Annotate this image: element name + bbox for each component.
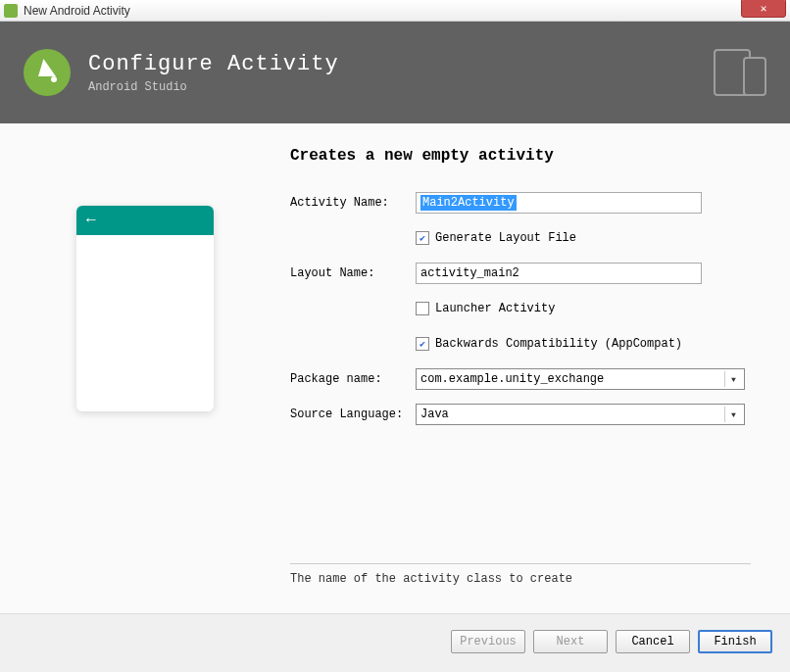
activity-preview: ← xyxy=(76,206,214,411)
activity-name-label: Activity Name: xyxy=(290,196,416,210)
cancel-button[interactable]: Cancel xyxy=(616,630,690,653)
source-language-label: Source Language: xyxy=(290,408,416,421)
finish-button[interactable]: Finish xyxy=(698,630,772,653)
generate-layout-label: Generate Layout File xyxy=(435,231,576,245)
layout-name-input[interactable] xyxy=(416,263,702,284)
close-button[interactable]: ✕ xyxy=(741,0,786,18)
form-heading: Creates a new empty activity xyxy=(290,147,751,165)
preview-pane: ← xyxy=(0,123,290,613)
dropdown-arrow-icon[interactable]: ▼ xyxy=(724,371,742,387)
previous-button[interactable]: Previous xyxy=(451,630,525,653)
window-titlebar: New Android Activity ✕ xyxy=(0,0,790,22)
source-language-combo[interactable]: Java ▼ xyxy=(416,404,745,425)
app-icon xyxy=(4,4,18,18)
preview-appbar: ← xyxy=(76,206,214,235)
header-title: Configure Activity xyxy=(88,52,714,76)
backwards-compat-checkbox[interactable] xyxy=(416,337,429,351)
window-title: New Android Activity xyxy=(24,4,786,18)
dialog-footer: Previous Next Cancel Finish xyxy=(0,613,790,668)
devices-icon xyxy=(714,49,766,96)
header-subtitle: Android Studio xyxy=(88,80,714,94)
hint-divider xyxy=(290,563,751,564)
dropdown-arrow-icon[interactable]: ▼ xyxy=(724,407,742,422)
launcher-activity-label: Launcher Activity xyxy=(435,302,555,315)
hint-text: The name of the activity class to create xyxy=(290,572,751,598)
dialog-header: Configure Activity Android Studio xyxy=(0,22,790,123)
backwards-compat-label: Backwards Compatibility (AppCompat) xyxy=(435,337,682,351)
main-content: ← Creates a new empty activity Activity … xyxy=(0,123,790,613)
package-name-combo[interactable]: com.example.unity_exchange ▼ xyxy=(416,368,745,390)
package-name-label: Package name: xyxy=(290,372,416,386)
form-pane: Creates a new empty activity Activity Na… xyxy=(290,123,790,613)
android-studio-logo-icon xyxy=(24,49,71,96)
generate-layout-checkbox[interactable] xyxy=(416,231,429,245)
activity-name-input[interactable]: Main2Activity xyxy=(416,192,702,214)
layout-name-label: Layout Name: xyxy=(290,266,416,280)
back-arrow-icon: ← xyxy=(86,212,96,229)
next-button[interactable]: Next xyxy=(533,630,608,653)
launcher-activity-checkbox[interactable] xyxy=(416,302,429,315)
